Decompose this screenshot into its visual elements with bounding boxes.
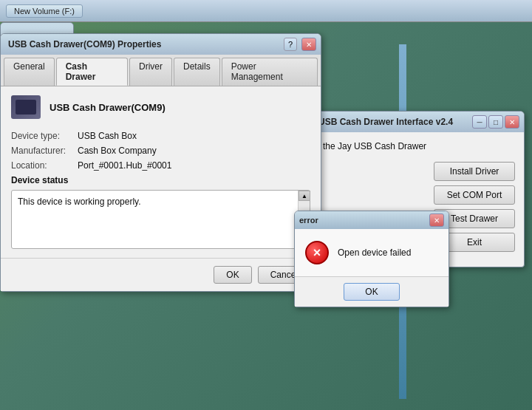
tab-details[interactable]: Details — [174, 58, 220, 86]
usb-titlebar: USB Cash Drawer Interface v2.4 ─ □ ✕ — [311, 112, 524, 132]
props-footer: OK Cancel — [1, 258, 321, 291]
error-window-controls: ✕ — [429, 213, 444, 227]
location-value: Port_#0001.Hub_#0001 — [78, 160, 171, 171]
usb-close-button[interactable]: ✕ — [505, 115, 519, 129]
desktop: RAWER_I... MB USB Cash Drawer Interface … — [0, 22, 532, 410]
device-header: USB Cash Drawer(COM9) — [11, 95, 310, 119]
usb-window-title: USB Cash Drawer Interface v2.4 — [316, 117, 472, 127]
properties-window: USB Cash Drawer(COM9) Properties ? ✕ Gen… — [0, 33, 321, 292]
device-type-label: Device type: — [11, 131, 78, 141]
props-titlebar: USB Cash Drawer(COM9) Properties ? ✕ — [1, 34, 321, 55]
error-icon: × — [305, 241, 329, 264]
usb-minimize-button[interactable]: ─ — [472, 115, 487, 129]
tab-cash-drawer[interactable]: Cash Drawer — [56, 58, 128, 86]
install-driver-button[interactable]: Install Driver — [434, 162, 515, 181]
tab-general[interactable]: General — [4, 58, 55, 86]
usb-device-label: the Jay USB Cash Drawer — [320, 141, 515, 151]
props-window-title: USB Cash Drawer(COM9) Properties — [5, 39, 284, 49]
manufacturer-label: Manufacturer: — [11, 146, 78, 156]
info-row-location: Location: Port_#0001.Hub_#0001 — [11, 160, 310, 171]
error-titlebar: error ✕ — [295, 211, 449, 229]
error-ok-button[interactable]: OK — [344, 283, 399, 301]
scroll-up-arrow[interactable]: ▲ — [299, 191, 310, 201]
tabs-bar: General Cash Drawer Driver Details Power… — [1, 55, 321, 86]
info-row-device-type: Device type: USB Cash Box — [11, 131, 310, 141]
error-close-button[interactable]: ✕ — [429, 213, 444, 227]
taskbar-item-volume[interactable]: New Volume (F:) — [6, 4, 83, 18]
usb-window-controls: ─ □ ✕ — [472, 115, 519, 129]
tab-power-management[interactable]: Power Management — [222, 58, 318, 86]
props-body: General Cash Drawer Driver Details Power… — [1, 55, 321, 291]
props-content: USB Cash Drawer(COM9) Device type: USB C… — [1, 86, 321, 258]
error-title-label: error — [299, 216, 429, 225]
usb-maximize-button[interactable]: □ — [488, 115, 503, 129]
info-row-manufacturer: Manufacturer: Cash Box Company — [11, 146, 310, 156]
error-footer: OK — [295, 276, 449, 307]
set-com-port-button[interactable]: Set COM Port — [434, 185, 515, 205]
device-type-value: USB Cash Box — [78, 131, 137, 141]
props-close-button[interactable]: ✕ — [301, 38, 316, 51]
status-box: This device is working properly. ▲ ▼ — [11, 190, 310, 249]
props-help-button[interactable]: ? — [284, 38, 297, 51]
status-section-label: Device status — [11, 175, 310, 185]
taskbar: New Volume (F:) — [0, 0, 532, 22]
device-name-label: USB Cash Drawer(COM9) — [50, 102, 166, 113]
status-text: This device is working properly. — [18, 197, 141, 207]
device-icon — [11, 95, 41, 119]
error-message: Open device failed — [338, 247, 411, 258]
props-ok-button[interactable]: OK — [214, 266, 251, 284]
error-dialog: error ✕ × Open device failed OK — [294, 211, 449, 307]
props-window-controls: ? ✕ — [284, 38, 316, 51]
tab-driver[interactable]: Driver — [129, 58, 172, 86]
location-label: Location: — [11, 160, 78, 171]
error-body: × Open device failed — [295, 229, 449, 276]
manufacturer-value: Cash Box Company — [78, 146, 157, 156]
